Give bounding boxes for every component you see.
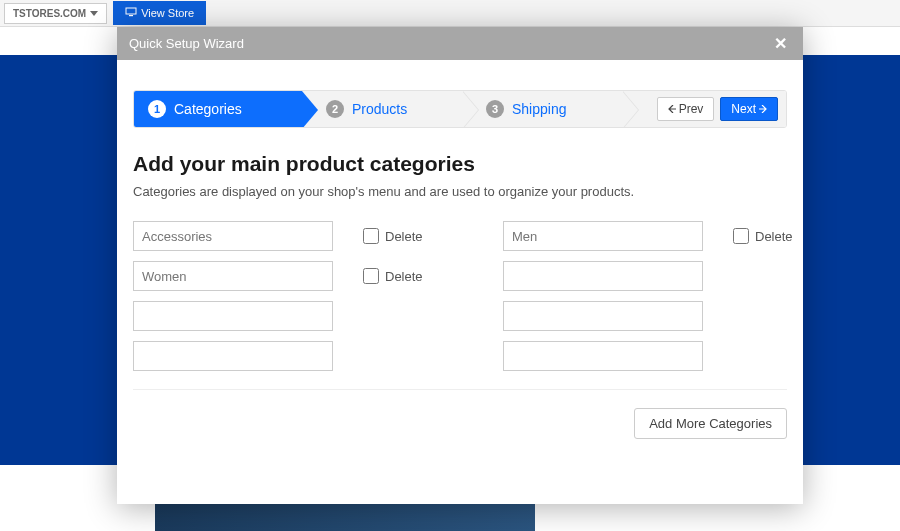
prev-button[interactable]: Prev <box>657 97 715 121</box>
delete-checkbox[interactable] <box>363 228 379 244</box>
caret-down-icon <box>90 11 98 16</box>
delete-checkbox[interactable] <box>363 268 379 284</box>
arrow-left-icon <box>668 102 676 116</box>
step-label: Categories <box>174 101 242 117</box>
category-input[interactable] <box>133 341 333 371</box>
monitor-icon <box>125 7 137 19</box>
page-heading: Add your main product categories <box>133 152 787 176</box>
view-store-label: View Store <box>141 7 194 19</box>
delete-label: Delete <box>385 229 423 244</box>
step-number: 2 <box>326 100 344 118</box>
page-subtext: Categories are displayed on your shop's … <box>133 184 787 199</box>
svg-rect-0 <box>126 8 136 14</box>
wizard-nav: Prev Next <box>649 91 786 127</box>
wizard-steps: 1 Categories 2 Products 3 Shipping Prev <box>133 90 787 128</box>
arrow-right-icon <box>759 102 767 116</box>
top-bar: TSTORES.COM View Store <box>0 0 900 27</box>
delete-label: Delete <box>755 229 793 244</box>
category-input[interactable] <box>503 261 703 291</box>
background-footer-strip <box>155 502 535 531</box>
category-input[interactable] <box>503 221 703 251</box>
category-input[interactable] <box>503 341 703 371</box>
delete-checkbox[interactable] <box>733 228 749 244</box>
category-input[interactable] <box>133 221 333 251</box>
category-input[interactable] <box>503 301 703 331</box>
modal-header: Quick Setup Wizard ✕ <box>117 27 803 60</box>
step-number: 3 <box>486 100 504 118</box>
add-more-row: Add More Categories <box>133 408 787 439</box>
category-input[interactable] <box>133 301 333 331</box>
quick-setup-wizard-modal: Quick Setup Wizard ✕ 1 Categories 2 Prod… <box>117 27 803 504</box>
delete-option[interactable]: Delete <box>733 228 843 244</box>
step-shipping[interactable]: 3 Shipping <box>462 91 622 127</box>
stores-dropdown[interactable]: TSTORES.COM <box>4 3 107 24</box>
delete-option[interactable]: Delete <box>363 268 473 284</box>
close-icon[interactable]: ✕ <box>770 34 791 53</box>
view-store-button[interactable]: View Store <box>113 1 206 25</box>
divider <box>133 389 787 390</box>
svg-rect-1 <box>129 15 133 16</box>
step-number: 1 <box>148 100 166 118</box>
step-categories[interactable]: 1 Categories <box>134 91 302 127</box>
category-grid: Delete Delete Delete <box>133 221 787 371</box>
add-more-categories-button[interactable]: Add More Categories <box>634 408 787 439</box>
delete-label: Delete <box>385 269 423 284</box>
category-input[interactable] <box>133 261 333 291</box>
step-label: Shipping <box>512 101 567 117</box>
prev-label: Prev <box>679 102 704 116</box>
stores-label: TSTORES.COM <box>13 8 86 19</box>
modal-title: Quick Setup Wizard <box>129 36 244 51</box>
next-label: Next <box>731 102 756 116</box>
step-label: Products <box>352 101 407 117</box>
step-products[interactable]: 2 Products <box>302 91 462 127</box>
modal-body: 1 Categories 2 Products 3 Shipping Prev <box>117 60 803 504</box>
next-button[interactable]: Next <box>720 97 778 121</box>
delete-option[interactable]: Delete <box>363 228 473 244</box>
